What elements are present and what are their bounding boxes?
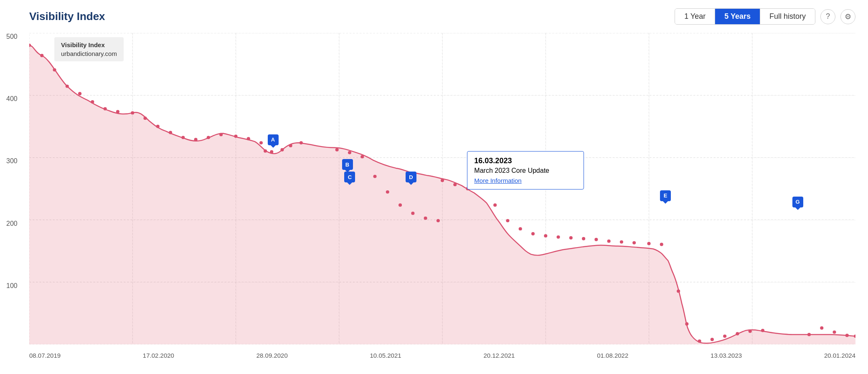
svg-point-20 bbox=[104, 107, 107, 111]
svg-point-29 bbox=[219, 133, 223, 136]
svg-point-36 bbox=[299, 141, 303, 144]
x-label-5: 20.12.2021 bbox=[483, 352, 515, 359]
marker-G[interactable]: G bbox=[792, 197, 803, 207]
marker-C[interactable]: C bbox=[344, 172, 355, 182]
y-label-200: 200 bbox=[6, 220, 18, 227]
svg-point-33 bbox=[270, 150, 273, 154]
svg-point-24 bbox=[156, 125, 160, 128]
svg-point-69 bbox=[736, 332, 739, 336]
svg-point-31 bbox=[247, 137, 250, 140]
svg-point-54 bbox=[544, 234, 547, 238]
svg-point-42 bbox=[386, 190, 389, 194]
y-label-400: 400 bbox=[6, 95, 18, 103]
svg-point-35 bbox=[289, 144, 292, 147]
chart-header: Visibility Index 1 Year 5 Years Full his… bbox=[29, 8, 855, 25]
svg-point-22 bbox=[131, 111, 134, 114]
marker-B[interactable]: B bbox=[342, 159, 353, 170]
svg-point-65 bbox=[685, 322, 688, 326]
svg-point-21 bbox=[116, 110, 119, 114]
y-label-500: 500 bbox=[6, 33, 18, 40]
svg-point-59 bbox=[607, 240, 611, 243]
svg-point-38 bbox=[335, 148, 339, 152]
svg-point-51 bbox=[506, 219, 509, 222]
svg-point-48 bbox=[453, 183, 457, 186]
svg-point-58 bbox=[594, 238, 598, 241]
marker-D[interactable]: D bbox=[406, 172, 416, 182]
legend-subtitle: urbandictionary.com bbox=[61, 50, 117, 57]
svg-point-74 bbox=[833, 331, 836, 334]
tooltip-date: 16.03.2023 bbox=[474, 157, 577, 165]
svg-point-47 bbox=[441, 179, 444, 182]
y-label-300: 300 bbox=[6, 157, 18, 165]
svg-point-28 bbox=[207, 136, 210, 139]
btn-fullhistory[interactable]: Full history bbox=[760, 9, 815, 24]
marker-E[interactable]: E bbox=[660, 190, 671, 201]
svg-point-44 bbox=[411, 212, 414, 215]
svg-point-27 bbox=[194, 138, 198, 141]
svg-point-73 bbox=[820, 326, 823, 330]
btn-5years[interactable]: 5 Years bbox=[715, 9, 760, 24]
y-label-100: 100 bbox=[6, 282, 18, 290]
chart-svg bbox=[29, 33, 855, 344]
svg-point-39 bbox=[348, 151, 351, 154]
svg-point-70 bbox=[749, 330, 752, 333]
svg-point-26 bbox=[181, 136, 185, 139]
svg-point-40 bbox=[360, 155, 364, 159]
svg-point-63 bbox=[660, 243, 663, 246]
svg-point-37 bbox=[264, 149, 267, 153]
svg-point-66 bbox=[698, 339, 701, 343]
svg-point-62 bbox=[647, 242, 650, 245]
svg-point-50 bbox=[493, 203, 497, 207]
settings-button[interactable]: ⚙ bbox=[840, 9, 855, 24]
x-label-3: 28.09.2020 bbox=[256, 352, 288, 359]
svg-point-19 bbox=[91, 100, 94, 104]
svg-point-17 bbox=[66, 85, 69, 88]
x-label-7: 13.03.2023 bbox=[711, 352, 742, 359]
svg-point-15 bbox=[40, 54, 43, 57]
tooltip-event: March 2023 Core Update bbox=[474, 167, 577, 174]
svg-point-56 bbox=[569, 236, 573, 240]
svg-point-64 bbox=[677, 289, 680, 293]
chart-tooltip: 16.03.2023 March 2023 Core Update More I… bbox=[467, 151, 584, 190]
svg-point-57 bbox=[582, 237, 585, 240]
svg-point-60 bbox=[620, 240, 623, 244]
svg-point-52 bbox=[519, 227, 522, 230]
x-label-4: 10.05.2021 bbox=[370, 352, 401, 359]
svg-point-61 bbox=[632, 241, 636, 245]
chart-container: Visibility Index 1 Year 5 Years Full his… bbox=[0, 0, 868, 374]
chart-legend: Visibility Index urbandictionary.com bbox=[54, 37, 124, 61]
svg-point-16 bbox=[53, 68, 56, 71]
x-label-8: 20.01.2024 bbox=[824, 352, 855, 359]
svg-point-55 bbox=[556, 235, 560, 239]
svg-point-23 bbox=[143, 116, 147, 120]
y-axis: 500 400 300 200 100 bbox=[6, 33, 18, 344]
x-axis: 08.07.2019 17.02.2020 28.09.2020 10.05.2… bbox=[29, 352, 855, 359]
chart-title: Visibility Index bbox=[29, 10, 105, 23]
svg-point-71 bbox=[761, 329, 764, 332]
svg-point-43 bbox=[398, 203, 402, 207]
svg-point-34 bbox=[280, 148, 284, 152]
tooltip-link[interactable]: More Information bbox=[474, 177, 577, 184]
help-button[interactable]: ? bbox=[820, 9, 835, 24]
svg-point-68 bbox=[723, 334, 726, 338]
svg-point-30 bbox=[234, 134, 237, 138]
chart-controls: 1 Year 5 Years Full history ? ⚙ bbox=[675, 8, 855, 25]
svg-point-32 bbox=[259, 141, 263, 144]
x-label-1: 08.07.2019 bbox=[29, 352, 61, 359]
svg-point-75 bbox=[845, 334, 849, 337]
svg-point-72 bbox=[807, 333, 811, 336]
svg-point-53 bbox=[531, 232, 535, 235]
svg-point-67 bbox=[711, 338, 714, 341]
marker-A[interactable]: A bbox=[268, 134, 279, 145]
svg-point-46 bbox=[437, 219, 440, 222]
svg-point-25 bbox=[169, 131, 172, 134]
btn-1year[interactable]: 1 Year bbox=[675, 9, 715, 24]
settings-icon: ⚙ bbox=[845, 12, 851, 21]
svg-point-41 bbox=[373, 175, 376, 178]
x-label-6: 01.08.2022 bbox=[597, 352, 628, 359]
legend-title: Visibility Index bbox=[61, 41, 117, 48]
x-label-2: 17.02.2020 bbox=[143, 352, 174, 359]
svg-point-45 bbox=[424, 217, 427, 220]
help-icon: ? bbox=[826, 12, 830, 21]
time-range-buttons: 1 Year 5 Years Full history bbox=[675, 8, 815, 25]
